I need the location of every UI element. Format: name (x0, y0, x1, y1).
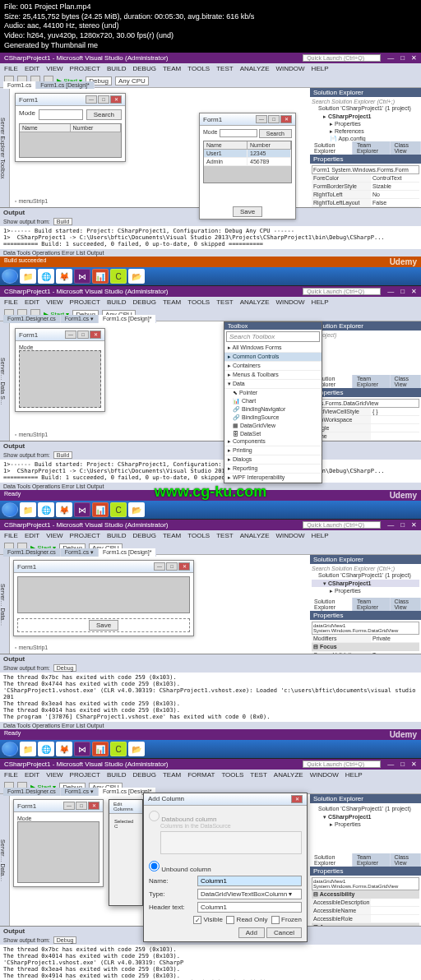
chrome-icon[interactable]: 🌐 (38, 269, 54, 284)
tab-form1-cs[interactable]: Form1.cs (3, 81, 35, 89)
toolbox-search[interactable]: Search Toolbox (226, 331, 320, 342)
build-output-text: 1>------ Build started: Project: CSharpP… (0, 226, 421, 249)
minimize-icon[interactable]: — (387, 54, 394, 62)
designer-canvas[interactable]: Form1.cs Form1.cs [Design]* Form1—□✕ Mod… (10, 88, 310, 207)
mode-label: Mode (19, 109, 35, 120)
datagrid-placeholder[interactable] (19, 350, 101, 408)
watermark-text: www.cg-ku.com (155, 483, 266, 501)
platform-dropdown[interactable]: Any CPU (115, 76, 149, 86)
toolbox-title: Toolbox (224, 322, 322, 330)
vs-taskbar-icon[interactable]: ⋈ (74, 269, 90, 284)
search-button[interactable]: Search (86, 109, 122, 120)
start-orb-icon[interactable] (2, 269, 18, 284)
data-grid-empty[interactable]: NameNumber (19, 123, 122, 158)
vs-instance-1: CSharpProject1 - Microsoft Visual Studio… (0, 53, 421, 286)
vs-title-text: CSharpProject1 - Microsoft Visual Studio… (4, 54, 168, 62)
form-title: Form1 (19, 96, 38, 104)
form1-behind: Form1—□✕ Mode (13, 799, 104, 887)
type-dropdown[interactable]: DataGridViewTextBoxColumn ▾ (197, 889, 302, 899)
add-column-dialog[interactable]: Add Column✕ Databound column Columns in … (143, 793, 308, 942)
vs-menubar[interactable]: FILEEDITVIEWPROJECTBUILDDEBUGTEAMTOOLSTE… (0, 63, 421, 74)
form1-with-save[interactable]: Form1—□✕ Save (13, 560, 194, 636)
close-icon[interactable]: ✕ (411, 54, 417, 62)
tab-form1-design[interactable]: Form1.cs [Design]* (36, 81, 94, 89)
header-text-input[interactable]: Column1 (197, 902, 302, 913)
vs-titlebar: CSharpProject1 - Microsoft Visual Studio… (0, 53, 421, 63)
close-icon[interactable]: ✕ (291, 795, 303, 803)
designer-canvas-2[interactable]: Form1.Designer.cs Form1.cs ▾ Form1.cs [D… (10, 321, 310, 441)
visible-checkbox[interactable]: ✓ (193, 916, 201, 924)
solution-tree[interactable]: Search Solution Explorer (Ctrl+;) Soluti… (310, 97, 421, 141)
save-button-selected[interactable]: Save (89, 620, 118, 631)
folder-open-icon[interactable]: 📂 (128, 269, 145, 284)
radio-databound (149, 811, 160, 821)
properties-grid[interactable]: Form1 System.Windows.Forms.Form ForeColo… (310, 164, 421, 208)
toolbox-popup[interactable]: Toolbox Search Toolbox ▸ All Windows For… (224, 321, 322, 483)
vs-menubar[interactable]: FILEEDITVIEWPROJECTBUILDDEBUGTEAMTOOLSTE… (0, 297, 421, 307)
maximize-icon[interactable]: □ (400, 54, 405, 62)
video-metadata: File: 001 Project Plan.mp4 Size: 25,415,… (0, 0, 421, 53)
mode-input[interactable] (39, 109, 83, 120)
vs-instance-3: CSharpProject1 - Microsoft Visual Studio… (0, 520, 421, 759)
form1-design-preview[interactable]: Form1—□✕ Mode Search NameNumber (15, 93, 126, 162)
firefox-icon[interactable]: 🦊 (56, 269, 72, 284)
add-button[interactable]: Add (238, 927, 265, 938)
readonly-checkbox[interactable] (226, 916, 234, 924)
right-panels: Solution Explorer Search Solution Explor… (310, 88, 421, 207)
output-source-dropdown[interactable]: Build (53, 218, 73, 225)
statusbar: Build succeededUdemy (0, 257, 421, 267)
properties-title: Properties (310, 155, 421, 164)
solution-explorer-title: Solution Explorer (310, 88, 421, 97)
name-input[interactable]: Column1 (197, 876, 302, 886)
quick-launch-input[interactable]: Quick Launch (Ctrl+Q) (303, 54, 381, 62)
data-grid-filled[interactable]: NameNumber User112345 Admin456789 (203, 141, 292, 183)
bottom-tool-tabs[interactable]: Data Tools Operations Error List Output (0, 249, 421, 257)
form1-design-2[interactable]: Form1—□✕ Mode (15, 328, 105, 412)
office-icon[interactable]: 📊 (92, 269, 109, 284)
menustrip-label: ▫ menuStrip1 (15, 198, 48, 204)
frozen-checkbox[interactable] (271, 916, 280, 924)
form1-running[interactable]: Form1—□✕ Mode Search NameNumber User1123… (199, 113, 296, 220)
mode-input-run[interactable] (220, 129, 257, 137)
left-tool-strip[interactable]: Server Explorer Toolbox (0, 88, 10, 207)
windows-taskbar[interactable]: 📁 🌐 🦊 ⋈ 📊 C 📂 (0, 267, 421, 285)
dialog-title: Add Column (148, 795, 184, 803)
explorer-icon[interactable]: 📁 (20, 269, 36, 284)
vs-instance-4: CSharpProject1 - Microsoft Visual Studio… (0, 759, 421, 980)
camtasia-icon[interactable]: C (110, 269, 127, 284)
radio-unbound[interactable] (149, 861, 160, 871)
save-button[interactable]: Save (233, 206, 262, 217)
cancel-button[interactable]: Cancel (266, 927, 302, 938)
edit-columns-dialog-peek[interactable]: Edit Columns Selected C (109, 799, 143, 906)
search-button-run[interactable]: Search (259, 129, 292, 138)
